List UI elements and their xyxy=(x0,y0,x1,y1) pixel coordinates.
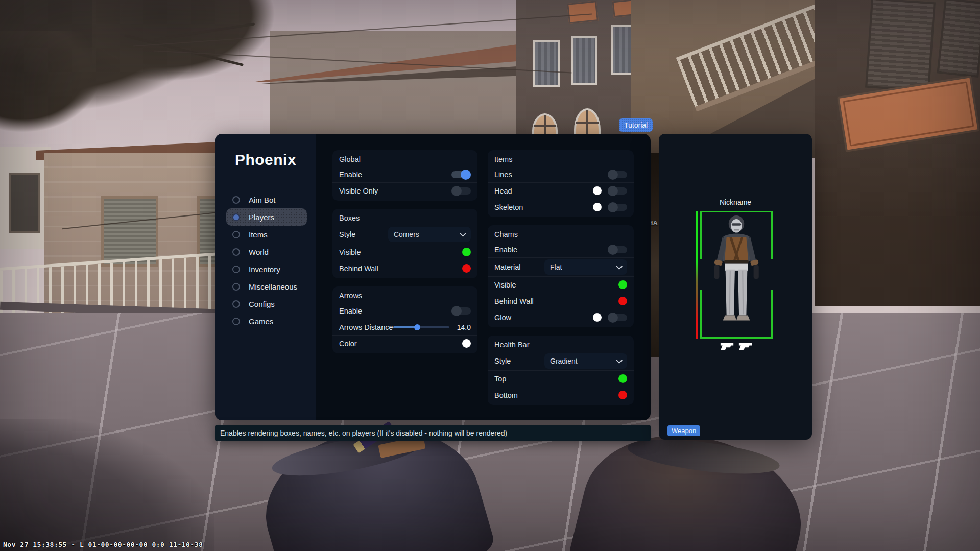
menu-panel: Phoenix Aim BotPlayersItemsWorldInventor… xyxy=(215,134,651,420)
sidebar-item-games[interactable]: Games xyxy=(226,313,307,330)
window xyxy=(533,40,560,87)
row-controls: Gradient xyxy=(544,353,627,369)
radio-icon xyxy=(232,283,240,291)
sidebar-item-label: Players xyxy=(249,213,274,222)
toggle-knob-icon xyxy=(451,186,462,196)
chams-enable-toggle[interactable] xyxy=(608,246,627,253)
section-arrows: ArrowsEnableArrows Distance14.0Color xyxy=(332,286,477,353)
row-controls: Flat xyxy=(544,259,627,275)
row-label: Style xyxy=(339,230,355,238)
sidebar-item-world[interactable]: World xyxy=(226,243,307,260)
sidebar: Phoenix Aim BotPlayersItemsWorldInventor… xyxy=(215,134,316,420)
sidebar-nav: Aim BotPlayersItemsWorldInventoryMiscell… xyxy=(215,191,316,330)
slider-knob[interactable] xyxy=(414,324,420,330)
tree-silhouette xyxy=(0,31,102,133)
sidebar-item-items[interactable]: Items xyxy=(226,226,307,243)
row-label: Color xyxy=(339,340,357,348)
preview-nickname-label: Nickname xyxy=(659,198,812,206)
row-style: StyleCorners xyxy=(339,225,471,244)
chams-visible-color-swatch[interactable] xyxy=(618,280,627,289)
row-enable: Enable xyxy=(339,166,471,182)
window-bars xyxy=(576,110,599,137)
arrows-color-color-swatch[interactable] xyxy=(462,339,471,348)
row-arrows-distance: Arrows Distance14.0 xyxy=(339,319,471,335)
row-behind-wall: Behind Wall xyxy=(339,260,471,276)
boxes-style-dropdown[interactable]: Corners xyxy=(388,227,471,242)
global-visible-only-toggle[interactable] xyxy=(451,187,471,195)
items-head-toggle[interactable] xyxy=(608,187,627,195)
row-lines: Lines xyxy=(494,166,627,182)
row-visible: Visible xyxy=(494,277,627,293)
tutorial-button[interactable]: Tutorial xyxy=(619,118,653,132)
items-head-color-swatch[interactable] xyxy=(593,186,602,195)
sidebar-item-miscellaneous[interactable]: Miscellaneous xyxy=(226,278,307,295)
dropdown-value: Gradient xyxy=(550,357,578,365)
section-title: Items xyxy=(494,152,627,166)
section-title: Global xyxy=(339,152,471,166)
sidebar-item-configs[interactable]: Configs xyxy=(226,295,307,313)
row-visible-only: Visible Only xyxy=(339,183,471,199)
section-title: Arrows xyxy=(339,289,471,303)
toggle-knob-icon xyxy=(461,170,471,180)
row-label: Head xyxy=(494,187,512,195)
row-label: Visible xyxy=(494,281,516,289)
items-lines-toggle[interactable] xyxy=(608,171,627,178)
row-controls: 14.0 xyxy=(393,323,471,331)
boxes-behind-wall-color-swatch[interactable] xyxy=(462,264,471,273)
row-label: Enable xyxy=(494,246,517,254)
sidebar-item-label: World xyxy=(249,248,269,256)
health-bar-top-color-swatch[interactable] xyxy=(618,374,627,383)
radio-icon xyxy=(232,300,240,308)
settings-column-right: ItemsLinesHeadSkeletonChamsEnableMateria… xyxy=(488,150,634,420)
items-skeleton-color-swatch[interactable] xyxy=(593,203,602,211)
row-material: MaterialFlat xyxy=(494,258,627,276)
settings-column-left: GlobalEnableVisible OnlyBoxesStyleCorner… xyxy=(332,150,477,420)
row-label: Bottom xyxy=(494,391,518,399)
row-controls xyxy=(451,171,471,178)
row-behind-wall: Behind Wall xyxy=(494,293,627,309)
health-bar-bottom-color-swatch[interactable] xyxy=(618,391,627,399)
curtain xyxy=(573,38,595,83)
row-skeleton: Skeleton xyxy=(494,199,627,215)
dark-shutter xyxy=(937,0,980,78)
arrows-arrows-distance-slider[interactable] xyxy=(393,326,449,328)
pistol-icon xyxy=(720,341,735,351)
row-controls xyxy=(618,280,627,289)
row-style: StyleGradient xyxy=(494,352,627,370)
health-bar-style-dropdown[interactable]: Gradient xyxy=(544,353,627,369)
boxes-visible-color-swatch[interactable] xyxy=(462,248,471,256)
sidebar-item-players[interactable]: Players xyxy=(226,208,307,226)
radio-icon xyxy=(232,266,240,273)
row-glow: Glow xyxy=(494,309,627,325)
pistol-icon xyxy=(738,341,753,351)
menu-content: GlobalEnableVisible OnlyBoxesStyleCorner… xyxy=(316,134,651,420)
sidebar-item-inventory[interactable]: Inventory xyxy=(226,260,307,278)
row-controls xyxy=(593,203,627,211)
sidebar-item-label: Games xyxy=(249,317,273,326)
row-label: Visible xyxy=(339,248,361,256)
curtain xyxy=(613,27,633,73)
flower-planter xyxy=(567,1,599,24)
chevron-down-icon xyxy=(616,263,623,270)
row-label: Enable xyxy=(339,171,362,179)
row-controls xyxy=(618,374,627,383)
dropdown-value: Corners xyxy=(394,230,419,238)
arrows-enable-toggle[interactable] xyxy=(451,307,471,315)
chams-material-dropdown[interactable]: Flat xyxy=(544,259,627,275)
weapon-button[interactable]: Weapon xyxy=(667,425,700,436)
row-label: Material xyxy=(494,263,521,271)
section-health-bar: Health BarStyleGradientTopBottom xyxy=(488,336,634,405)
sidebar-item-aim-bot[interactable]: Aim Bot xyxy=(226,191,307,208)
row-label: Style xyxy=(494,357,511,365)
items-skeleton-toggle[interactable] xyxy=(608,204,627,211)
global-enable-toggle[interactable] xyxy=(451,171,471,178)
row-controls xyxy=(462,264,471,273)
esp-box-line xyxy=(700,337,773,339)
shuttered-window xyxy=(101,196,158,267)
chams-behind-wall-color-swatch[interactable] xyxy=(618,297,627,305)
chams-glow-color-swatch[interactable] xyxy=(593,313,602,322)
section-title: Health Bar xyxy=(494,338,627,352)
sidebar-item-label: Miscellaneous xyxy=(249,282,297,291)
sidebar-item-label: Inventory xyxy=(249,265,280,274)
chams-glow-toggle[interactable] xyxy=(608,314,627,321)
